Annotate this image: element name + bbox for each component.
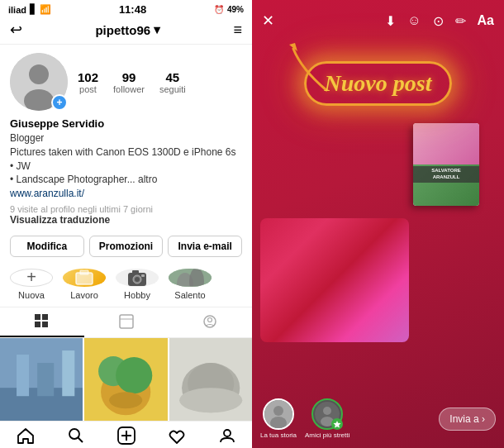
- svg-rect-4: [80, 270, 88, 274]
- profile-bio: Blogger Pictures taken with Canon EOS 13…: [10, 131, 242, 201]
- bio-line1: Pictures taken with Canon EOS 1300D e iP…: [10, 145, 242, 160]
- story-top-bar: ✕ ⬇ ☺ ⊙ ✏ Aa: [252, 0, 504, 36]
- top-nav: ↩ pipetto96 ▾ ≡: [0, 17, 252, 45]
- svg-rect-13: [169, 286, 212, 287]
- battery-text: 49%: [227, 5, 244, 14]
- visits-text: 9 visite al profilo negli ultimi 7 giorn…: [10, 204, 242, 214]
- alarm-icon: ⏰: [214, 5, 224, 14]
- my-story-wrap[interactable]: La tua storia: [260, 398, 297, 440]
- email-button[interactable]: Invia e-mail: [168, 236, 242, 257]
- nuovo-post-bubble: Nuovo post: [304, 61, 453, 106]
- svg-rect-9: [141, 274, 145, 277]
- svg-rect-17: [42, 322, 48, 327]
- book-top: [413, 123, 479, 164]
- highlights-row: + Nuova Lavoro Hobby: [0, 262, 252, 307]
- profile-top: + 102 post 99 follower 45 seguiti: [10, 53, 242, 111]
- highlight-lavoro[interactable]: Lavoro: [63, 269, 106, 300]
- promotions-button[interactable]: Promozioni: [89, 236, 164, 257]
- text-tool-button[interactable]: Aa: [478, 13, 494, 28]
- highlight-lavoro-circle: [63, 269, 106, 287]
- tab-tagged[interactable]: [168, 307, 252, 337]
- flower-decoration: [260, 218, 409, 342]
- nav-home[interactable]: [0, 427, 50, 445]
- pen-icon[interactable]: ✏: [455, 13, 466, 29]
- svg-rect-25: [37, 363, 54, 396]
- translate-link[interactable]: Visualizza traduzione: [10, 214, 242, 226]
- followers-count: 99: [122, 70, 136, 84]
- close-icon[interactable]: ✕: [262, 12, 274, 30]
- wifi-icon: 📶: [40, 4, 51, 15]
- svg-rect-26: [62, 350, 74, 396]
- close-friends-badge: [331, 418, 343, 430]
- svg-rect-15: [42, 314, 48, 320]
- grid-cell-1[interactable]: [0, 338, 83, 421]
- nav-add[interactable]: [101, 427, 151, 445]
- website-link[interactable]: www.aranzulla.it/: [10, 188, 84, 199]
- send-button[interactable]: Invia a ›: [439, 407, 496, 431]
- my-story-label: La tua storia: [260, 431, 297, 440]
- username-display: pipetto96 ▾: [95, 22, 160, 37]
- close-friends-avatar: [311, 398, 343, 430]
- status-left: iliad ▋ 📶: [8, 4, 51, 15]
- svg-rect-14: [35, 314, 40, 320]
- tab-grid[interactable]: [0, 307, 84, 337]
- signal-icon: ▋: [30, 4, 36, 15]
- svg-point-35: [179, 388, 242, 412]
- back-button[interactable]: ↩: [10, 21, 22, 39]
- following-label: seguiti: [159, 84, 186, 94]
- highlight-hobby[interactable]: Hobby: [116, 269, 159, 300]
- story-top-icons: ⬇ ☺ ⊙ ✏ Aa: [385, 13, 494, 29]
- close-friends-wrap[interactable]: Amici più stretti: [305, 398, 349, 440]
- story-bottom: La tua storia Amici più stretti Invia a …: [252, 392, 504, 448]
- nav-profile[interactable]: [202, 427, 252, 445]
- svg-rect-8: [132, 270, 139, 274]
- add-story-button[interactable]: +: [51, 94, 68, 111]
- grid-cell-2[interactable]: [84, 338, 167, 421]
- carrier-text: iliad: [8, 5, 26, 15]
- bio-line3: • Landscape Photographer... altro: [10, 173, 242, 187]
- svg-rect-16: [35, 322, 40, 327]
- highlight-new-label: Nuova: [18, 290, 45, 300]
- highlight-new-circle: +: [10, 269, 53, 287]
- followers-stat: 99 follower: [113, 70, 145, 94]
- bottom-nav: [0, 421, 252, 448]
- photo-grid: [0, 338, 252, 421]
- right-panel: ✕ ⬇ ☺ ⊙ ✏ Aa Nuovo post: [252, 0, 504, 448]
- username-text: pipetto96: [95, 23, 150, 37]
- svg-point-21: [208, 317, 212, 322]
- story-content: Nuovo post SALVATORE ARANZULL: [252, 36, 504, 392]
- tab-reels[interactable]: [84, 307, 169, 337]
- download-icon[interactable]: ⬇: [385, 13, 396, 29]
- menu-button[interactable]: ≡: [233, 21, 242, 39]
- svg-rect-24: [17, 355, 29, 396]
- gif-icon[interactable]: ⊙: [433, 13, 444, 29]
- tab-bar: [0, 307, 252, 338]
- grid-cell-3[interactable]: [169, 338, 252, 421]
- nav-search[interactable]: [50, 427, 101, 445]
- edit-button[interactable]: Modifica: [10, 236, 84, 257]
- profile-name: Giuseppe Servidio: [10, 117, 242, 130]
- book-label: SALVATORE ARANZULL: [413, 166, 479, 183]
- svg-point-47: [323, 407, 331, 415]
- highlight-new[interactable]: + Nuova: [10, 269, 53, 300]
- stats-container: 102 post 99 follower 45 seguiti: [78, 70, 186, 94]
- left-panel: iliad ▋ 📶 11:48 ⏰ 49% ↩ pipetto96 ▾ ≡: [0, 0, 252, 448]
- followers-label: follower: [113, 84, 145, 94]
- svg-point-7: [135, 277, 140, 282]
- time-text: 11:48: [119, 3, 146, 16]
- book-card: SALVATORE ARANZULL: [413, 123, 479, 206]
- nav-activity[interactable]: [151, 427, 202, 445]
- chevron-down-icon: ▾: [154, 22, 160, 37]
- bio-title: Blogger: [10, 131, 242, 145]
- my-story-avatar: [263, 398, 294, 430]
- highlight-hobby-circle: [116, 269, 159, 287]
- status-bar: iliad ▋ 📶 11:48 ⏰ 49%: [0, 0, 252, 17]
- svg-point-30: [116, 357, 152, 393]
- following-count: 45: [165, 70, 179, 84]
- highlight-lavoro-label: Lavoro: [70, 290, 98, 300]
- status-right: ⏰ 49%: [214, 5, 244, 14]
- emoji-face-icon[interactable]: ☺: [407, 13, 421, 28]
- highlight-salento-label: Salento: [174, 290, 205, 300]
- highlight-salento[interactable]: Salento: [169, 269, 212, 300]
- nuovo-post-container: Nuovo post: [269, 61, 487, 106]
